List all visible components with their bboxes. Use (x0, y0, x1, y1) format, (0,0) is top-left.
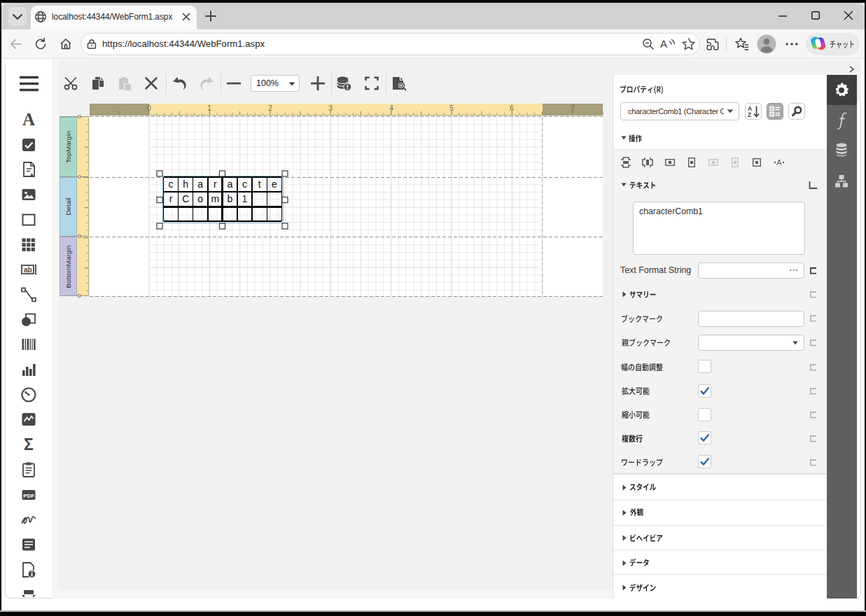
svg-text:1: 1 (242, 193, 248, 204)
svg-text:a: a (197, 178, 203, 190)
svg-text:A: A (660, 38, 667, 50)
svg-text:c: c (242, 178, 247, 190)
svg-text:ab: ab (24, 266, 32, 274)
svg-text:A: A (776, 158, 782, 167)
svg-text:e: e (272, 178, 277, 190)
svg-text:r: r (214, 178, 217, 190)
svg-text:b: b (228, 193, 233, 204)
svg-text:h: h (183, 178, 188, 190)
svg-text:C: C (182, 193, 189, 204)
svg-text:o: o (197, 193, 203, 204)
svg-text:Z: Z (748, 111, 751, 118)
svg-text:c: c (169, 178, 174, 190)
svg-text:PDF: PDF (23, 493, 34, 499)
svg-text:t: t (258, 178, 261, 190)
svg-text:a: a (228, 178, 233, 190)
svg-text:r: r (169, 193, 173, 204)
svg-text:m: m (211, 193, 220, 204)
